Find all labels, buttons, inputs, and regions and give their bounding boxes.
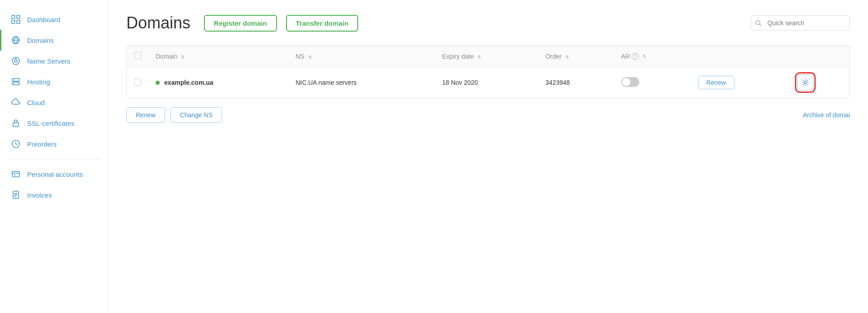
th-actions <box>691 46 790 67</box>
th-ns[interactable]: NS ⇅ <box>288 46 435 67</box>
sidebar-item-invoices[interactable]: Invoices <box>0 184 108 205</box>
transfer-domain-button[interactable]: Transfer domain <box>286 15 359 32</box>
register-domain-button[interactable]: Register domain <box>204 15 277 32</box>
th-domain[interactable]: Domain ⇅ <box>148 46 288 67</box>
svg-point-19 <box>804 81 806 83</box>
svg-rect-10 <box>12 82 19 85</box>
sidebar-item-cloud-label: Cloud <box>27 99 45 106</box>
sidebar-item-preorders-label: Preorders <box>27 140 57 148</box>
sidebar-item-dashboard[interactable]: Dashboard <box>0 9 108 30</box>
ar-cell <box>614 67 691 98</box>
gear-icon <box>801 78 809 87</box>
domains-table-container: Domain ⇅ NS ⇅ Expiry date ⇅ Order ⇅ <box>126 45 850 98</box>
th-select <box>127 46 148 67</box>
cloud-icon <box>11 97 21 107</box>
sidebar: Dashboard Domains Name Servers <box>0 0 108 313</box>
domains-table: Domain ⇅ NS ⇅ Expiry date ⇅ Order ⇅ <box>127 46 850 98</box>
svg-rect-3 <box>17 20 20 23</box>
sidebar-item-dashboard-label: Dashboard <box>27 16 60 23</box>
sidebar-item-personal-accounts-label: Personal accounts <box>27 170 83 178</box>
th-settings <box>790 46 850 67</box>
ns-cell: NIC.UA name servers <box>288 67 435 98</box>
sidebar-item-hosting-label: Hosting <box>27 78 50 86</box>
expiry-sort-icon[interactable]: ⇅ <box>477 55 481 60</box>
svg-rect-15 <box>12 171 19 177</box>
svg-line-18 <box>760 24 762 26</box>
sidebar-item-ssl-label: SSL-certificates <box>27 120 74 127</box>
settings-button[interactable] <box>797 74 813 91</box>
renew-cell: Renew <box>691 67 790 98</box>
personal-accounts-icon <box>11 169 21 179</box>
svg-point-11 <box>14 79 14 80</box>
bottom-actions: Renew Change NS Archive of domai <box>126 107 850 123</box>
sidebar-item-hosting[interactable]: Hosting <box>0 71 108 92</box>
order-sort-icon[interactable]: ⇅ <box>565 55 569 60</box>
name-servers-icon <box>11 56 21 66</box>
svg-rect-13 <box>13 123 18 127</box>
ssl-icon <box>11 118 21 128</box>
sidebar-item-preorders[interactable]: Preorders <box>0 133 108 154</box>
sidebar-item-cloud[interactable]: Cloud <box>0 92 108 113</box>
domains-icon <box>11 35 21 45</box>
sidebar-item-domains-label: Domains <box>27 37 54 44</box>
ar-help-icon[interactable]: ? <box>632 53 639 60</box>
th-order[interactable]: Order ⇅ <box>538 46 614 67</box>
svg-point-7 <box>14 60 17 62</box>
svg-point-12 <box>14 83 14 84</box>
search-icon <box>755 20 762 26</box>
sidebar-divider <box>7 159 101 159</box>
archive-link[interactable]: Archive of domai <box>803 111 850 119</box>
order-cell: 3423948 <box>538 67 614 98</box>
preorders-icon <box>11 139 21 149</box>
dashboard-icon <box>11 14 21 24</box>
main-content: Domains Register domain Transfer domain <box>108 0 868 313</box>
hosting-icon <box>11 77 21 87</box>
domain-status-dot <box>156 81 160 85</box>
expiry-date-cell: 18 Nov 2020 <box>435 67 538 98</box>
svg-rect-0 <box>12 15 15 18</box>
bottom-renew-button[interactable]: Renew <box>126 107 165 123</box>
th-ar[interactable]: AR ? ⇅ <box>614 46 691 67</box>
sidebar-item-domains[interactable]: Domains <box>0 30 108 51</box>
sidebar-item-ssl[interactable]: SSL-certificates <box>0 113 108 133</box>
ar-toggle[interactable] <box>621 77 639 87</box>
domain-name: example.com.ua <box>164 79 213 86</box>
ns-sort-icon[interactable]: ⇅ <box>308 55 312 60</box>
settings-cell <box>790 67 850 98</box>
domain-cell: example.com.ua <box>148 67 288 98</box>
row-checkbox-cell <box>127 67 148 98</box>
sidebar-item-invoices-label: Invoices <box>27 191 52 199</box>
bottom-change-ns-button[interactable]: Change NS <box>171 107 222 123</box>
sidebar-item-personal-accounts[interactable]: Personal accounts <box>0 164 108 184</box>
select-all-checkbox[interactable] <box>134 52 141 59</box>
sidebar-item-name-servers-label: Name Servers <box>27 57 70 65</box>
row-checkbox[interactable] <box>134 78 141 86</box>
page-title: Domains <box>126 14 190 32</box>
domain-sort-icon[interactable]: ⇅ <box>181 55 185 60</box>
table-header-row: Domain ⇅ NS ⇅ Expiry date ⇅ Order ⇅ <box>127 46 850 67</box>
table-row: example.com.ua NIC.UA name servers 18 No… <box>127 67 850 98</box>
search-input[interactable] <box>751 15 850 31</box>
th-expiry-date[interactable]: Expiry date ⇅ <box>435 46 538 67</box>
svg-rect-1 <box>17 15 20 18</box>
invoices-icon <box>11 190 21 200</box>
page-header: Domains Register domain Transfer domain <box>126 14 850 32</box>
search-wrapper <box>751 15 850 31</box>
ar-sort-icon[interactable]: ⇅ <box>642 54 646 59</box>
sidebar-item-name-servers[interactable]: Name Servers <box>0 51 108 71</box>
svg-rect-2 <box>12 20 15 23</box>
renew-button[interactable]: Renew <box>698 76 735 89</box>
svg-rect-9 <box>12 78 19 81</box>
